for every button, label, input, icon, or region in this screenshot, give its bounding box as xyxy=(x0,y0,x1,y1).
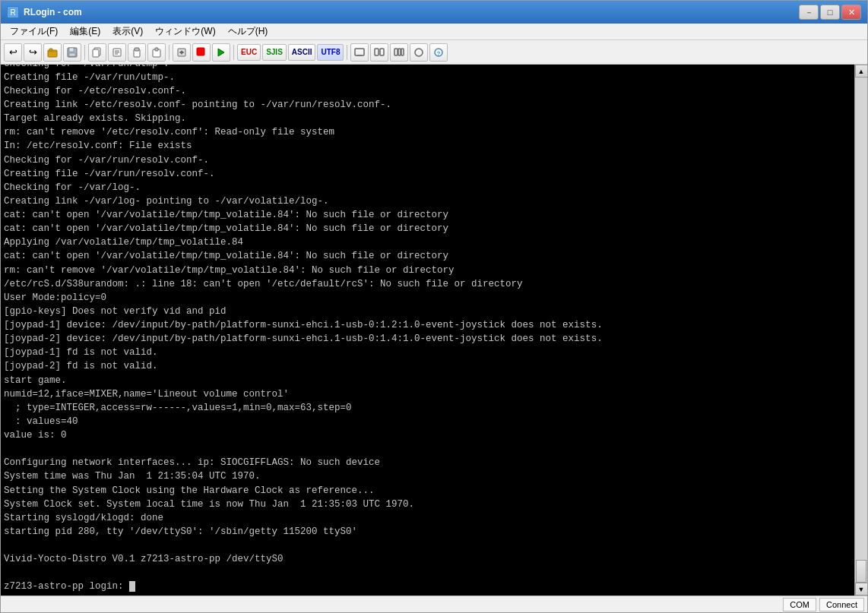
svg-point-27 xyxy=(415,49,423,56)
menu-help[interactable]: ヘルプ(H) xyxy=(222,24,274,39)
svg-rect-3 xyxy=(69,48,74,52)
svg-rect-4 xyxy=(69,53,75,56)
svg-rect-18 xyxy=(197,48,204,55)
svg-rect-23 xyxy=(380,49,384,55)
toolbar-sep-3 xyxy=(233,45,234,60)
scrollbar[interactable]: ▲ ▼ xyxy=(854,65,867,596)
scrollbar-track[interactable] xyxy=(855,77,867,583)
status-bar: COM Connect xyxy=(1,596,867,612)
scrollbar-up[interactable]: ▲ xyxy=(855,65,868,77)
toolbar-paste2-btn[interactable] xyxy=(147,43,166,62)
toolbar-copy2-btn[interactable] xyxy=(108,43,126,62)
toolbar-new-btn[interactable]: ↩ xyxy=(4,43,22,62)
toolbar-copy1-btn[interactable] xyxy=(88,43,106,62)
main-window: R RLogin - com － □ ✕ ファイル(F) 編集(E) 表示(V)… xyxy=(0,0,868,613)
svg-text:?: ? xyxy=(437,50,441,57)
toolbar-ascii-btn[interactable]: ASCII xyxy=(288,44,316,61)
svg-marker-19 xyxy=(218,49,224,56)
toolbar-reconnect-btn[interactable]: ↪ xyxy=(24,43,42,62)
minimize-button[interactable]: － xyxy=(799,5,819,20)
maximize-button[interactable]: □ xyxy=(820,5,840,20)
terminal-output[interactable]: In: /tmp/tmp: File exists Checking for -… xyxy=(1,65,854,596)
menu-view[interactable]: 表示(V) xyxy=(106,24,149,39)
toolbar-sep-4 xyxy=(347,45,347,60)
window-title: RLogin - com xyxy=(24,7,794,17)
scrollbar-thumb[interactable] xyxy=(856,560,866,583)
terminal-container: In: /tmp/tmp: File exists Checking for -… xyxy=(1,65,867,596)
svg-rect-22 xyxy=(375,49,379,55)
toolbar-screen2-btn[interactable] xyxy=(370,43,388,62)
svg-rect-14 xyxy=(155,48,158,51)
svg-rect-24 xyxy=(394,49,398,55)
svg-rect-1 xyxy=(49,49,52,51)
toolbar-sep-1 xyxy=(84,45,85,60)
toolbar-sep-2 xyxy=(169,45,169,60)
status-connect[interactable]: Connect xyxy=(819,598,864,611)
svg-rect-0 xyxy=(48,50,57,57)
toolbar-open-btn[interactable] xyxy=(43,43,62,62)
toolbar-play-btn[interactable] xyxy=(212,43,230,62)
scrollbar-down[interactable]: ▼ xyxy=(855,583,868,596)
window-controls: － □ ✕ xyxy=(799,5,861,20)
svg-rect-20 xyxy=(355,49,364,55)
toolbar-screen1-btn[interactable] xyxy=(350,43,369,62)
toolbar-help-btn[interactable]: ? xyxy=(429,43,448,62)
toolbar-refresh-btn[interactable] xyxy=(192,43,211,62)
toolbar-screen3-btn[interactable] xyxy=(390,43,408,62)
toolbar: ↩ ↪ EUC SJIS ASC xyxy=(1,40,867,65)
svg-rect-25 xyxy=(398,49,401,55)
svg-rect-26 xyxy=(401,49,404,55)
svg-rect-6 xyxy=(93,49,99,57)
toolbar-save-btn[interactable] xyxy=(63,43,81,62)
svg-rect-12 xyxy=(135,48,139,51)
menu-edit[interactable]: 編集(E) xyxy=(64,24,106,39)
status-com: COM xyxy=(783,598,816,611)
title-bar: R RLogin - com － □ ✕ xyxy=(1,1,867,24)
toolbar-sjis-btn[interactable]: SJIS xyxy=(262,44,287,61)
menu-file[interactable]: ファイル(F) xyxy=(4,24,64,39)
toolbar-utf8-btn[interactable]: UTF8 xyxy=(317,44,344,61)
toolbar-euc-btn[interactable]: EUC xyxy=(237,44,261,61)
menu-bar: ファイル(F) 編集(E) 表示(V) ウィンドウ(W) ヘルプ(H) xyxy=(1,24,867,40)
toolbar-circle-btn[interactable] xyxy=(410,43,428,62)
app-icon: R xyxy=(7,6,19,18)
toolbar-paste1-btn[interactable] xyxy=(128,43,146,62)
menu-window[interactable]: ウィンドウ(W) xyxy=(149,24,221,39)
close-button[interactable]: ✕ xyxy=(841,5,861,20)
toolbar-scroll-btn[interactable] xyxy=(173,43,191,62)
